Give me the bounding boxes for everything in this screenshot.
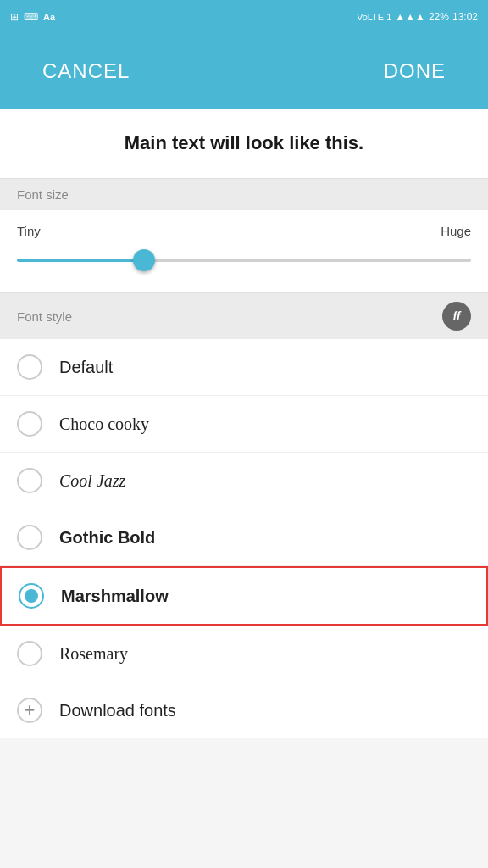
ff-icon[interactable]: ff — [442, 302, 471, 331]
ff-icon-label: ff — [452, 309, 460, 323]
preview-area: Main text will look like this. — [0, 108, 488, 179]
font-size-label: Font size — [17, 187, 69, 202]
keyboard-icon: ⌨ — [24, 11, 38, 23]
font-label-choco-cooky: Choco cooky — [59, 415, 149, 434]
font-label-cool-jazz: Cool Jazz — [59, 471, 125, 491]
font-item-cool-jazz[interactable]: Cool Jazz — [0, 453, 488, 509]
font-label-marshmallow: Marshmallow — [61, 587, 169, 606]
font-style-label: Font style — [17, 309, 72, 324]
status-bar-right: VoLTE 1 ▲▲▲ 22% 13:02 — [357, 11, 478, 23]
font-icon: Aa — [43, 12, 55, 22]
radio-gothic-bold[interactable] — [17, 525, 42, 550]
font-item-marshmallow[interactable]: Marshmallow — [0, 566, 488, 626]
font-label-rosemary: Rosemary — [59, 644, 128, 664]
download-fonts-label: Download fonts — [59, 701, 176, 721]
slider-track — [17, 259, 471, 262]
done-button[interactable]: DONE — [367, 51, 463, 92]
font-item-default[interactable]: Default — [0, 339, 488, 396]
signal-icon: ▲▲▲ — [395, 11, 425, 23]
font-label-gothic-bold: Gothic Bold — [59, 528, 155, 548]
status-bar: ⊞ ⌨ Aa VoLTE 1 ▲▲▲ 22% 13:02 — [0, 0, 488, 34]
action-bar: CANCEL DONE — [0, 34, 488, 108]
plus-icon: + — [17, 698, 42, 723]
radio-inner-marshmallow — [25, 589, 38, 603]
download-fonts-item[interactable]: + Download fonts — [0, 682, 488, 738]
radio-default[interactable] — [17, 354, 42, 380]
font-size-header: Font size — [0, 179, 488, 210]
tiny-label: Tiny — [17, 224, 41, 238]
font-size-section: Tiny Huge — [0, 210, 488, 293]
battery-level: 22% — [429, 11, 449, 23]
radio-rosemary[interactable] — [17, 641, 42, 666]
status-bar-left: ⊞ ⌨ Aa — [10, 11, 55, 23]
time-display: 13:02 — [452, 11, 478, 23]
font-item-choco-cooky[interactable]: Choco cooky — [0, 396, 488, 453]
font-item-gothic-bold[interactable]: Gothic Bold — [0, 509, 488, 566]
slider-fill — [17, 259, 144, 262]
font-size-slider-container[interactable] — [17, 245, 471, 275]
font-label-default: Default — [59, 358, 113, 377]
radio-choco-cooky[interactable] — [17, 411, 42, 437]
font-size-labels: Tiny Huge — [17, 224, 471, 238]
preview-text: Main text will look like this. — [125, 132, 363, 153]
slider-thumb[interactable] — [133, 249, 155, 271]
screenshot-icon: ⊞ — [10, 11, 19, 23]
cancel-button[interactable]: CANCEL — [25, 51, 147, 92]
font-list: Default Choco cooky Cool Jazz Gothic Bol… — [0, 339, 488, 738]
font-item-rosemary[interactable]: Rosemary — [0, 626, 488, 682]
radio-cool-jazz[interactable] — [17, 468, 42, 493]
radio-marshmallow[interactable] — [19, 583, 44, 609]
huge-label: Huge — [441, 224, 471, 238]
volte-indicator: VoLTE 1 — [357, 12, 391, 22]
font-style-header: Font style ff — [0, 293, 488, 339]
